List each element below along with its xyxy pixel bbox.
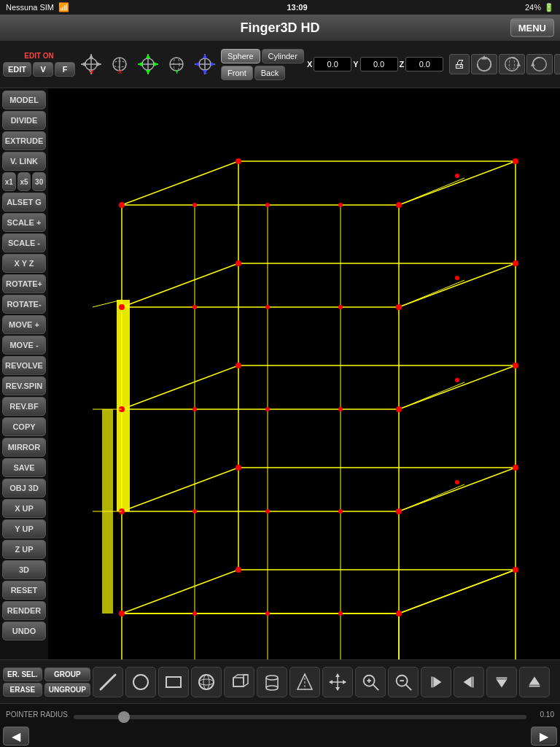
pan-down-button[interactable]: [486, 667, 517, 697]
sidebar-x1[interactable]: x1: [2, 172, 16, 191]
sidebar-x5[interactable]: x5: [18, 172, 31, 191]
view-controls: 🖨: [449, 54, 560, 74]
zoom-out-button[interactable]: [388, 667, 419, 697]
sidebar-obj3d[interactable]: OBJ 3D: [2, 479, 46, 498]
svg-point-81: [513, 465, 518, 471]
svg-line-121: [101, 675, 115, 689]
nav-left-arrow[interactable]: ◀: [3, 727, 29, 746]
sidebar-rotate-minus[interactable]: ROTATE-: [2, 295, 46, 314]
nav-right-arrow[interactable]: ▶: [531, 727, 557, 746]
group-button[interactable]: GROUP: [44, 667, 90, 681]
svg-marker-29: [195, 62, 199, 66]
svg-point-107: [192, 305, 197, 309]
svg-point-114: [455, 378, 459, 382]
sidebar-alsetg[interactable]: ALSET G: [2, 193, 46, 212]
title-bar: Finger3D HD MENU: [0, 15, 560, 41]
svg-point-122: [133, 675, 148, 689]
x-input[interactable]: [314, 57, 351, 71]
svg-point-131: [266, 676, 278, 680]
sidebar-render[interactable]: RENDER: [2, 601, 46, 620]
sidebar-rev-bf[interactable]: REV.BF: [2, 397, 46, 416]
svg-point-116: [455, 174, 459, 178]
zoom-in-button[interactable]: [355, 667, 386, 697]
svg-point-124: [199, 675, 214, 689]
bottom-toolbar: ER. SEL. ERASE GROUP UNGROUP: [0, 659, 560, 725]
front-back-row: Front Back: [221, 66, 304, 80]
sphere-button[interactable]: Sphere: [221, 49, 260, 63]
sidebar-model[interactable]: MODEL: [2, 90, 46, 109]
rotate-y-cw-button[interactable]: [499, 54, 525, 74]
rectangle-tool-button[interactable]: [158, 667, 189, 697]
sidebar-30[interactable]: 30: [32, 172, 46, 191]
edit-button[interactable]: EDIT: [3, 62, 31, 77]
sidebar-revolve[interactable]: REVOLVE: [2, 356, 46, 375]
svg-marker-30: [211, 62, 215, 66]
erase-button[interactable]: ERASE: [3, 683, 42, 697]
back-button[interactable]: Back: [254, 66, 285, 80]
sidebar-move-minus[interactable]: MOVE -: [2, 336, 46, 355]
z-input[interactable]: [405, 57, 443, 71]
sidebar-undo[interactable]: UNDO: [2, 622, 46, 640]
svg-point-113: [455, 480, 459, 484]
line-tool-button[interactable]: [93, 667, 123, 697]
move-x-icon[interactable]: X: [78, 51, 104, 77]
menu-button[interactable]: MENU: [510, 19, 554, 37]
sidebar-scale-minus[interactable]: SCALE -: [2, 233, 46, 252]
pan-up-button[interactable]: [519, 667, 550, 697]
print-button[interactable]: 🖨: [449, 54, 470, 74]
rotate-x-icon[interactable]: X: [106, 51, 133, 77]
pyramid-tool-button[interactable]: [289, 667, 320, 697]
svg-text:X: X: [90, 69, 94, 75]
sidebar-divide[interactable]: DIVIDE: [2, 111, 46, 130]
v-button[interactable]: V: [33, 62, 53, 77]
er-sel-button[interactable]: ER. SEL.: [3, 667, 42, 681]
rotate-y-icon[interactable]: Y: [163, 51, 190, 77]
move-z-icon[interactable]: Z: [192, 51, 218, 77]
cylinder-tool-button[interactable]: [257, 667, 287, 697]
sidebar: MODEL DIVIDE EXTRUDE V. LINK x1 x5 30 AL…: [0, 88, 48, 659]
svg-marker-128: [233, 675, 248, 686]
carrier-text: Nessuna SIM: [6, 3, 54, 12]
sidebar-extrude[interactable]: EXTRUDE: [2, 131, 46, 150]
group-ungroup-section: GROUP UNGROUP: [44, 667, 90, 697]
3d-viewport[interactable]: [48, 88, 560, 659]
rotate-x-cw-button[interactable]: [471, 54, 497, 74]
rotate-z-cw-button[interactable]: [526, 54, 553, 74]
circle-tool-button[interactable]: [125, 667, 156, 697]
y-input[interactable]: [360, 57, 398, 71]
svg-marker-142: [343, 680, 346, 684]
sidebar-xyz[interactable]: X Y Z: [2, 254, 46, 273]
sidebar-zup[interactable]: Z UP: [2, 540, 46, 559]
pan-right-button[interactable]: [454, 667, 484, 697]
pan-left-button[interactable]: [421, 667, 451, 697]
move-y-icon[interactable]: Y: [135, 51, 161, 77]
svg-point-76: [396, 611, 402, 616]
svg-line-70: [399, 382, 464, 409]
sidebar-scale-plus[interactable]: SCALE +: [2, 213, 46, 232]
front-button[interactable]: Front: [221, 66, 253, 80]
sidebar-mirror[interactable]: MIRROR: [2, 438, 46, 457]
ungroup-button[interactable]: UNGROUP: [44, 683, 90, 697]
sidebar-vlink[interactable]: V. LINK: [2, 152, 46, 171]
battery-icon: 🔋: [544, 3, 554, 12]
box-tool-button[interactable]: [224, 667, 254, 697]
svg-marker-61: [122, 161, 516, 205]
svg-marker-139: [335, 673, 340, 677]
sidebar-move-plus[interactable]: MOVE +: [2, 315, 46, 334]
sidebar-reset[interactable]: RESET: [2, 581, 46, 600]
sidebar-3d[interactable]: 3D: [2, 560, 46, 579]
sidebar-yup[interactable]: Y UP: [2, 519, 46, 538]
sidebar-xup[interactable]: X UP: [2, 499, 46, 518]
sidebar-rev-spin[interactable]: REV.SPIN: [2, 376, 46, 395]
sphere-3d-tool-button[interactable]: [191, 667, 222, 697]
f-button[interactable]: F: [55, 62, 75, 77]
sidebar-rotate-plus[interactable]: ROTATE+: [2, 274, 46, 293]
sidebar-copy[interactable]: COPY: [2, 417, 46, 436]
cylinder-button[interactable]: Cylinder: [262, 49, 304, 63]
move-tool-button[interactable]: [322, 667, 353, 697]
sidebar-save[interactable]: SAVE: [2, 458, 46, 477]
pointer-radius-slider[interactable]: [74, 715, 526, 719]
svg-point-98: [192, 509, 197, 514]
rotate-free-button[interactable]: [554, 54, 560, 74]
toolbar: EDIT ON EDIT V F X: [0, 41, 560, 88]
